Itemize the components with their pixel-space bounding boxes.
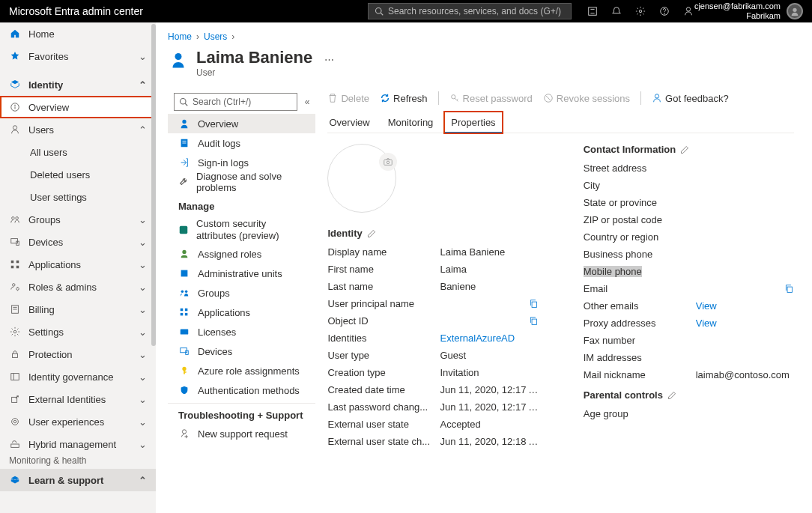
breadcrumb-home[interactable]: Home [168, 31, 192, 42]
identity-icon [9, 79, 21, 91]
svg-point-10 [15, 105, 16, 106]
svg-point-0 [375, 8, 381, 14]
subnav-groups[interactable]: Groups [168, 283, 315, 303]
nav-devices[interactable]: Devices ⌄ [0, 231, 156, 253]
subnav-auth-methods[interactable]: Authentication methods [168, 380, 315, 400]
page-title: Laima Baniene [196, 48, 312, 67]
subnav-custom-security[interactable]: Custom security attributes (preview) [168, 215, 315, 244]
chevron-up-icon: ⌃ [139, 79, 147, 91]
subnav-audit-logs[interactable]: Audit logs [168, 133, 315, 153]
nav-users[interactable]: Users ⌃ [0, 118, 156, 141]
copilot-icon[interactable] [587, 5, 599, 17]
lock-icon [9, 348, 21, 360]
tab-overview[interactable]: Overview [327, 112, 371, 133]
chevron-up-icon: ⌃ [139, 475, 147, 486]
edit-icon[interactable] [680, 145, 689, 154]
nav-billing[interactable]: Billing ⌄ [0, 298, 156, 321]
security-attr-icon [178, 224, 189, 236]
bell-icon[interactable] [610, 5, 622, 17]
nav-roles-admins[interactable]: Roles & admins ⌄ [0, 276, 156, 298]
copy-icon[interactable] [529, 299, 539, 309]
nav-external-identities[interactable]: External Identities ⌄ [0, 388, 156, 410]
subnav-overview[interactable]: Overview [168, 114, 315, 133]
svg-point-12 [12, 217, 15, 220]
edit-icon[interactable] [367, 229, 376, 238]
revoke-sessions-button: Revoke sessions [543, 93, 630, 104]
section-contact: Contact Information [584, 144, 794, 155]
subnav-assigned-roles[interactable]: Assigned roles [168, 244, 315, 264]
nav-monitoring-health[interactable]: Monitoring & health [0, 455, 156, 469]
tab-monitoring[interactable]: Monitoring [387, 112, 435, 133]
subnav-azure-role[interactable]: Azure role assignments [168, 361, 315, 380]
account-control[interactable]: cjensen@fabrikam.com Fabrikam [694, 1, 803, 21]
camera-icon [379, 153, 397, 171]
tab-properties[interactable]: Properties [449, 112, 497, 133]
user-email: cjensen@fabrikam.com [694, 1, 781, 11]
nav-all-users[interactable]: All users [0, 141, 156, 163]
svg-rect-58 [384, 160, 393, 165]
wrench-icon [178, 176, 189, 188]
edit-icon[interactable] [667, 391, 676, 400]
svg-rect-46 [185, 309, 188, 312]
nav-favorites[interactable]: Favorites ⌄ [0, 45, 156, 67]
nav-home[interactable]: Home [0, 22, 156, 45]
svg-rect-47 [181, 313, 184, 316]
nav-learn-support[interactable]: Learn & support ⌃ [0, 469, 156, 491]
feedback-icon[interactable] [682, 5, 694, 17]
page-subtitle: User [196, 67, 312, 78]
proxy-view-link[interactable]: View [696, 318, 794, 329]
chevron-down-icon: ⌄ [139, 371, 147, 383]
nav-hybrid-management[interactable]: Hybrid management ⌄ [0, 433, 156, 455]
nav-overview[interactable]: Overview [0, 96, 156, 118]
avatar-icon [787, 3, 803, 19]
global-search-placeholder: Search resources, services, and docs (G+… [388, 6, 561, 16]
nav-settings[interactable]: Settings ⌄ [0, 321, 156, 343]
feedback-button[interactable]: Got feedback? [652, 93, 729, 104]
copy-icon[interactable] [784, 284, 794, 294]
nav-deleted-users[interactable]: Deleted users [0, 163, 156, 186]
subnav-diagnose[interactable]: Diagnose and solve problems [168, 172, 315, 192]
global-search[interactable]: Search resources, services, and docs (G+… [368, 3, 572, 19]
more-icon[interactable]: ⋯ [324, 54, 334, 65]
nav-user-experiences[interactable]: User experiences ⌄ [0, 410, 156, 433]
nav-identity[interactable]: Identity ⌃ [0, 73, 156, 96]
home-icon [9, 28, 21, 40]
subnav-admin-units[interactable]: Administrative units [168, 264, 315, 283]
gear-icon[interactable] [634, 5, 646, 17]
svg-point-44 [185, 291, 188, 294]
hybrid-icon [9, 438, 21, 450]
svg-point-11 [13, 126, 16, 130]
subnav-licenses[interactable]: Licenses [168, 322, 315, 342]
svg-point-36 [182, 120, 186, 124]
help-icon[interactable] [658, 5, 670, 17]
nav-protection[interactable]: Protection ⌄ [0, 343, 156, 365]
sidebar-scrollbar[interactable] [151, 22, 156, 513]
chevron-down-icon: ⌄ [139, 282, 147, 293]
svg-point-25 [13, 330, 16, 333]
subnav-signin-logs[interactable]: Sign-in logs [168, 153, 315, 172]
nav-identity-governance[interactable]: Identity governance ⌄ [0, 365, 156, 388]
subnav-search[interactable]: Search (Ctrl+/) [174, 93, 297, 111]
profile-picture[interactable] [327, 144, 396, 213]
subnav-devices[interactable]: Devices [168, 342, 315, 361]
info-icon [9, 101, 21, 113]
collapse-icon[interactable]: « [305, 97, 310, 107]
svg-point-7 [793, 8, 796, 12]
roles-icon [9, 281, 21, 293]
nav-applications[interactable]: Applications ⌄ [0, 253, 156, 276]
chevron-down-icon: ⌄ [139, 349, 147, 360]
left-nav: Home Favorites ⌄ Identity ⌃ Overview Use… [0, 22, 156, 513]
refresh-button[interactable]: Refresh [380, 93, 428, 104]
nav-user-settings[interactable]: User settings [0, 186, 156, 208]
breadcrumb-users[interactable]: Users [204, 31, 227, 42]
key-icon [178, 365, 190, 377]
subnav-new-support[interactable]: New support request [168, 424, 315, 443]
other-emails-view-link[interactable]: View [696, 300, 794, 312]
copy-icon[interactable] [529, 316, 539, 326]
devices-icon [9, 236, 21, 248]
svg-rect-42 [181, 270, 188, 277]
identities-link[interactable]: ExternalAzureAD [440, 333, 538, 344]
subnav-applications[interactable]: Applications [168, 303, 315, 322]
nav-groups[interactable]: Groups ⌄ [0, 208, 156, 231]
svg-point-6 [686, 7, 690, 11]
